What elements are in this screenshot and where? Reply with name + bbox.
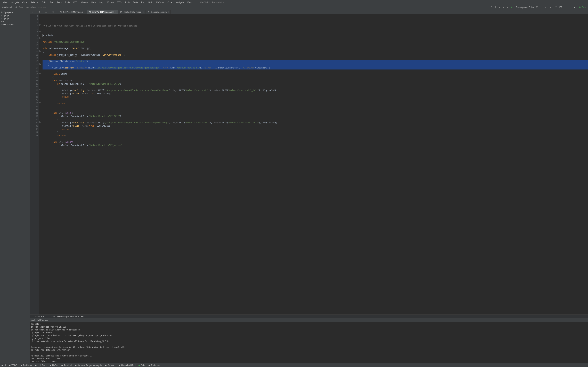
- line-number[interactable]: 6: [30, 31, 38, 34]
- breadcrumb[interactable]: ⛶XianYuRHI ƒUXianYuRHIManager::GetCurren…: [30, 315, 588, 318]
- run-button[interactable]: Run: [578, 6, 587, 9]
- line-number[interactable]: 17: [30, 66, 38, 69]
- version-control-button[interactable]: on Control: [1, 6, 13, 9]
- code-line[interactable]: return;: [43, 102, 588, 105]
- line-number[interactable]: 25: [30, 92, 38, 95]
- code-line[interactable]: [43, 27, 588, 31]
- line-number[interactable]: 34: [30, 121, 38, 124]
- status-problems[interactable]: ▣Problems: [20, 364, 32, 367]
- status-terminal[interactable]: ▣Terminal: [61, 364, 72, 367]
- fold-toggle[interactable]: −: [39, 73, 41, 74]
- menu-tests[interactable]: Tests: [131, 1, 139, 4]
- line-number[interactable]: 23: [30, 86, 38, 89]
- line-number[interactable]: 19: [30, 73, 38, 76]
- code-line[interactable]: case ERHI::DX11:: [43, 79, 588, 83]
- puzzle-icon[interactable]: ◆: [498, 6, 501, 9]
- tree-item[interactable]: · 1 project: [0, 17, 30, 20]
- code-line[interactable]: if (DefaultGraphicsRHI != "DefaultGraphi…: [43, 83, 588, 86]
- line-number[interactable]: 9: [30, 41, 38, 44]
- status-dynamic-program-analysis[interactable]: ▣Dynamic Program Analysis: [75, 364, 102, 367]
- tab-XianYuRHIManager.h[interactable]: ▤XianYuRHIManager.h×: [58, 10, 87, 14]
- status-nuget[interactable]: ▣NuGet: [50, 364, 58, 367]
- code-line[interactable]: {: [43, 76, 588, 79]
- code-line[interactable]: [43, 57, 588, 60]
- code-line[interactable]: void UXianYuRHIManager::SetRHI(ERHI RHI): [43, 47, 588, 50]
- code-line[interactable]: [43, 31, 588, 34]
- code-line[interactable]: }: [43, 131, 588, 134]
- line-number[interactable]: 13: [30, 53, 38, 57]
- code-line[interactable]: // Fill out your copyright notice in the…: [43, 24, 588, 27]
- line-number[interactable]: 1: [30, 15, 38, 18]
- menu-code[interactable]: Code: [21, 1, 29, 4]
- line-gutter[interactable]: 1234567891011121314151617181920212223242…: [30, 14, 39, 315]
- fold-toggle[interactable]: −: [39, 31, 41, 32]
- menu-view[interactable]: View: [185, 1, 193, 4]
- menu-window[interactable]: Window: [105, 1, 116, 4]
- code-line[interactable]: [43, 44, 588, 47]
- menu-run[interactable]: Run: [139, 1, 147, 4]
- search-everywhere[interactable]: Search everywhere Shift+Shift: [14, 6, 47, 9]
- code-line[interactable]: GConfig->SetString( Section: TEXT("/Scri…: [43, 89, 588, 92]
- line-number[interactable]: 30: [30, 108, 38, 111]
- tree-item[interactable]: · 1 project: [0, 14, 30, 17]
- target-selector[interactable]: ⛶UE5 ▾: [553, 6, 577, 9]
- code-line[interactable]: case ERHI::VULKAN :: [43, 141, 588, 144]
- code-line[interactable]: [43, 37, 588, 41]
- menu-vcs[interactable]: VCS: [115, 1, 123, 4]
- chevron-down-icon-2[interactable]: ▾: [549, 6, 552, 9]
- code-line[interactable]: {: [43, 50, 588, 53]
- menu-refactor[interactable]: Refactor: [155, 1, 166, 4]
- build-title[interactable]: ink Install Progress: [30, 318, 588, 322]
- build-output[interactable]: ccessful onTool executed for 0h 1m 58s o…: [30, 322, 588, 363]
- status-build[interactable]: Build: [138, 364, 145, 367]
- fold-toggle[interactable]: −: [39, 89, 41, 90]
- menu-window[interactable]: Window: [79, 1, 90, 4]
- line-number[interactable]: 28: [30, 102, 38, 105]
- close-icon[interactable]: ×: [84, 11, 85, 13]
- code-line[interactable]: {: [43, 63, 588, 66]
- fold-toggle[interactable]: −: [39, 102, 41, 103]
- code-content[interactable]: // Fill out your copyright notice in the…: [42, 14, 588, 315]
- code-line[interactable]: if (DefaultGraphicsRHI != "DefaultGraphi…: [43, 144, 588, 147]
- line-number[interactable]: 11: [30, 47, 38, 50]
- menu-refactor[interactable]: Refactor: [29, 1, 40, 4]
- code-line[interactable]: [43, 108, 588, 111]
- menu-help[interactable]: Help: [90, 1, 97, 4]
- status-todo[interactable]: ▣TODO: [9, 364, 17, 367]
- settings-icon[interactable]: ✲: [51, 10, 55, 14]
- code-line[interactable]: FString CurrentPlateform = UGameplayStat…: [43, 53, 588, 57]
- target-icon[interactable]: [31, 10, 34, 14]
- code-line[interactable]: {: [43, 118, 588, 121]
- line-number[interactable]: 3: [30, 21, 38, 24]
- code-line[interactable]: [43, 137, 588, 141]
- code-line[interactable]: return;: [43, 134, 588, 137]
- menu-run[interactable]: Run: [48, 1, 55, 4]
- menu-code[interactable]: Code: [166, 1, 174, 4]
- status-services[interactable]: ▣Services: [105, 364, 115, 367]
- menu-help[interactable]: Help: [97, 1, 105, 4]
- line-number[interactable]: 32: [30, 115, 38, 118]
- code-line[interactable]: GConfig->GetString( Section: TEXT("/Scri…: [43, 66, 588, 69]
- fold-column[interactable]: −−−−−−−−−: [39, 14, 42, 315]
- code-line[interactable]: GConfig->SetString( Section: TEXT("/Scri…: [43, 121, 588, 124]
- line-number[interactable]: 24: [30, 89, 38, 92]
- menu-build[interactable]: Build: [40, 1, 48, 4]
- menu-navigate[interactable]: Navigate: [9, 1, 21, 4]
- status-unrealbuildtool[interactable]: ▣UnrealBuildTool: [118, 364, 135, 367]
- menu-view[interactable]: View: [1, 1, 9, 4]
- hammer-icon[interactable]: ⚒: [510, 6, 513, 9]
- menu-tests[interactable]: Tests: [55, 1, 63, 4]
- code-line[interactable]: return;: [43, 128, 588, 131]
- menu-navigate[interactable]: Navigate: [174, 1, 185, 4]
- tree-head[interactable]: I · 2 projects: [0, 11, 30, 14]
- tree-item[interactable]: ers: [0, 20, 30, 23]
- line-number[interactable]: 16: [30, 63, 38, 66]
- tab-ConfigCacheIni.h[interactable]: ▤ConfigCacheIni.h×: [146, 10, 171, 14]
- status-endpoints[interactable]: ▣Endpoints: [148, 364, 160, 367]
- line-number[interactable]: 4: [30, 24, 38, 27]
- collapse-icon[interactable]: ⇵: [38, 10, 41, 14]
- fold-toggle[interactable]: −: [39, 121, 41, 123]
- code-line[interactable]: GConfig->Flush( Read: true, GEngineIni);: [43, 124, 588, 128]
- menu-tools[interactable]: Tools: [123, 1, 131, 4]
- code-line[interactable]: switch (RHI): [43, 73, 588, 76]
